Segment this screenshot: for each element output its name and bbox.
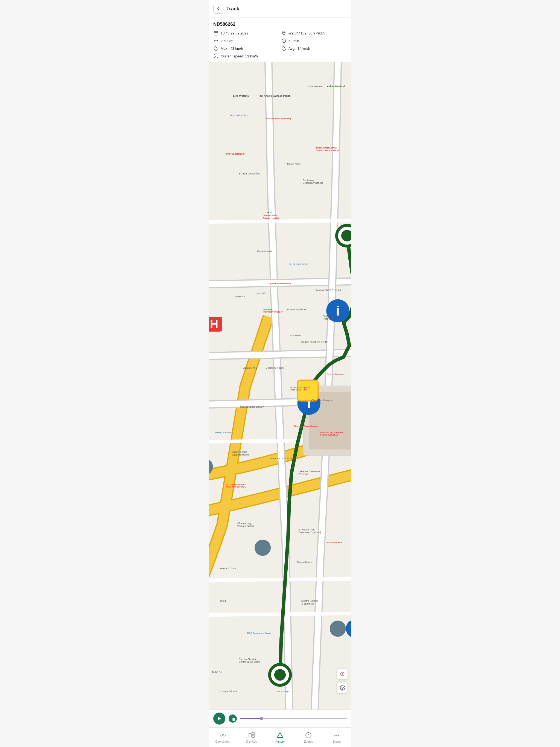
current-speed-icon xyxy=(213,53,219,59)
stop-button[interactable] xyxy=(229,715,237,723)
svg-marker-55 xyxy=(218,717,221,721)
page-title: Track xyxy=(226,6,239,12)
info-panel: ND586262 13:43 29.09.2022 -29.844132, 30… xyxy=(209,18,351,62)
distance-row: 2.59 km xyxy=(213,37,279,44)
svg-point-57 xyxy=(222,735,224,736)
svg-rect-56 xyxy=(232,718,235,720)
map-background: i i 📍 H H 🌲 xyxy=(209,62,351,710)
app-header: Track xyxy=(209,0,351,18)
svg-marker-51 xyxy=(340,685,345,689)
datetime-value: 13:43 29.09.2022 xyxy=(221,31,248,35)
avg-speed-row: Avg.: 14 km/h xyxy=(281,45,347,52)
datetime-row: 13:43 29.09.2022 xyxy=(213,30,279,36)
layer-button[interactable] xyxy=(337,682,348,693)
svg-text:i: i xyxy=(336,303,339,318)
map-svg: i i 📍 H H 🌲 xyxy=(209,62,351,710)
svg-marker-53 xyxy=(342,672,343,674)
devices-icon xyxy=(248,732,255,739)
map-container[interactable]: i i 📍 H H 🌲 xyxy=(209,62,351,710)
progress-track[interactable] xyxy=(240,718,347,719)
svg-point-70 xyxy=(338,735,339,736)
nav-devices[interactable]: Devices xyxy=(237,728,266,747)
geolocation-icon xyxy=(220,732,227,739)
svg-text:H: H xyxy=(210,318,219,331)
back-button[interactable] xyxy=(213,4,223,14)
distance-value: 2.59 km xyxy=(221,39,233,43)
current-speed-value: Current speed: 13 km/h xyxy=(221,54,258,58)
coords-value: -29.844132, 30.979005 xyxy=(288,31,325,35)
device-id: ND586262 xyxy=(213,22,347,27)
svg-rect-0 xyxy=(214,31,218,35)
nav-history-label: History xyxy=(275,740,285,743)
nav-geolocation[interactable]: Geolocation xyxy=(209,728,237,747)
avg-speed-value: Avg.: 14 km/h xyxy=(288,47,310,51)
play-button[interactable] xyxy=(213,713,225,725)
svg-point-68 xyxy=(335,735,335,736)
svg-point-25 xyxy=(330,621,346,637)
location-pin-icon xyxy=(281,30,286,36)
max-speed-value: Max.: 43 km/h xyxy=(221,47,243,51)
progress-fill xyxy=(240,718,261,719)
coords-row: -29.844132, 30.979005 xyxy=(281,30,347,36)
bottom-nav: Geolocation Devices History xyxy=(209,727,351,747)
current-speed-row: Current speed: 13 km/h xyxy=(213,53,279,59)
nav-devices-label: Devices xyxy=(246,740,257,743)
history-icon xyxy=(276,732,284,739)
svg-marker-54 xyxy=(342,674,343,676)
svg-rect-60 xyxy=(252,732,254,735)
events-icon xyxy=(305,732,312,739)
nav-menu[interactable]: Menu xyxy=(323,728,351,747)
svg-point-69 xyxy=(337,735,337,736)
speedometer-icon xyxy=(213,46,219,51)
menu-icon xyxy=(333,732,340,739)
svg-point-4 xyxy=(283,32,285,33)
max-speed-row: Max.: 43 km/h xyxy=(213,45,279,52)
svg-point-12 xyxy=(274,669,286,680)
nav-history[interactable]: History xyxy=(266,728,294,747)
compass-button[interactable] xyxy=(337,669,348,679)
svg-rect-61 xyxy=(252,735,254,738)
svg-rect-40 xyxy=(297,380,318,401)
svg-point-58 xyxy=(221,733,225,738)
progress-thumb xyxy=(260,717,263,720)
svg-rect-59 xyxy=(249,733,251,737)
duration-value: 59 min. xyxy=(288,39,300,43)
duration-row: 59 min. xyxy=(281,37,347,44)
clock-icon xyxy=(281,38,286,44)
info-grid: 13:43 29.09.2022 -29.844132, 30.979005 2… xyxy=(213,30,347,59)
calendar-icon xyxy=(213,30,219,36)
nav-events[interactable]: Events xyxy=(294,728,323,747)
avg-speed-icon xyxy=(281,46,286,51)
nav-events-label: Events xyxy=(304,740,313,743)
playback-bar xyxy=(209,710,351,727)
distance-icon xyxy=(213,38,219,44)
nav-geolocation-label: Geolocation xyxy=(215,740,231,743)
svg-point-23 xyxy=(255,540,271,556)
nav-menu-label: Menu xyxy=(333,740,341,743)
